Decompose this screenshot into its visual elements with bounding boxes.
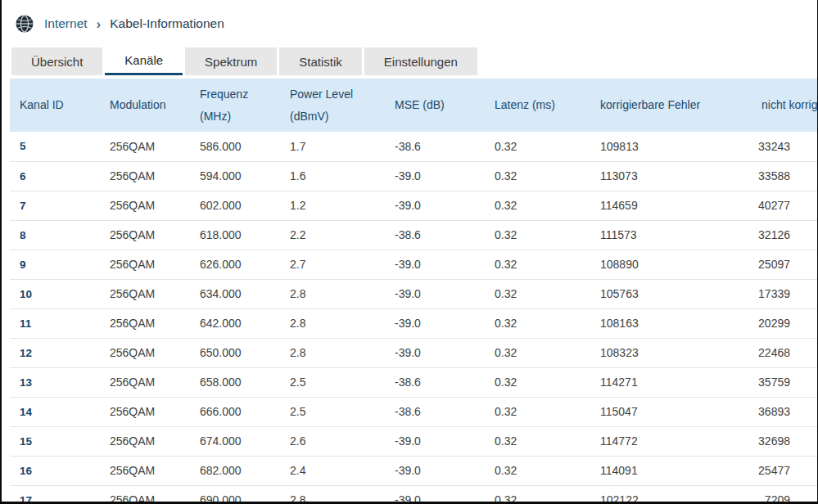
- column-header: MSE (dB): [385, 79, 485, 132]
- cell: 2.5: [280, 397, 385, 426]
- row-filler: [790, 250, 818, 279]
- cell: 256QAM: [100, 397, 190, 426]
- table-row: 17256QAM690.0002.8-39.00.321021227209: [10, 485, 818, 504]
- globe-icon: [15, 14, 34, 34]
- cell: 0.32: [485, 279, 590, 308]
- row-filler: [790, 308, 818, 338]
- cell: -39.0: [385, 338, 485, 367]
- tab-kanaele[interactable]: Kanäle: [105, 47, 183, 75]
- table-row: 11256QAM642.0002.8-39.00.3210816320299: [10, 308, 818, 338]
- tab-bar: ÜbersichtKanäleSpektrumStatistikEinstell…: [2, 47, 817, 75]
- cell: 2.8: [280, 485, 385, 504]
- cell: 35759: [752, 367, 790, 397]
- cell: 1.6: [280, 161, 385, 191]
- cell: 256QAM: [100, 308, 190, 338]
- cell: 256QAM: [100, 220, 190, 250]
- cell: 2.4: [280, 456, 385, 485]
- cell: 109813: [590, 132, 752, 161]
- cell: 1.2: [280, 191, 385, 220]
- column-header: Frequenz (MHz): [190, 79, 280, 132]
- cell: 5: [10, 132, 100, 161]
- cell: 602.000: [190, 191, 280, 220]
- cell: 113073: [590, 161, 752, 191]
- table-row: 6256QAM594.0001.6-39.00.3211307333588: [10, 161, 818, 191]
- cell: 618.000: [190, 220, 280, 250]
- cell: 0.32: [485, 338, 590, 367]
- cell: 20299: [752, 308, 790, 338]
- cell: 256QAM: [100, 367, 190, 397]
- table-row: 16256QAM682.0002.4-39.00.3211409125477: [10, 456, 818, 485]
- column-header: Power Level (dBmV): [280, 79, 385, 132]
- cell: 2.7: [280, 250, 385, 279]
- cell: -39.0: [385, 191, 485, 220]
- cell: 2.8: [280, 279, 385, 308]
- cell: 256QAM: [100, 279, 190, 308]
- cell: 10: [10, 279, 100, 308]
- tab-statistik[interactable]: Statistik: [279, 47, 362, 75]
- cell: 626.000: [190, 250, 280, 279]
- row-filler: [790, 397, 818, 426]
- cell: 12: [10, 338, 100, 367]
- tab-spektrum[interactable]: Spektrum: [185, 47, 277, 75]
- table-row: 13256QAM658.0002.5-38.60.3211427135759: [10, 367, 818, 397]
- table-row: 7256QAM602.0001.2-39.00.3211465940277: [10, 191, 818, 220]
- cell: 690.000: [190, 485, 280, 504]
- cell: 2.5: [280, 367, 385, 397]
- row-filler: [790, 161, 818, 191]
- cell: 256QAM: [100, 338, 190, 367]
- table-row: 15256QAM674.0002.6-39.00.3211477232698: [10, 426, 818, 456]
- breadcrumb-separator-icon: ›: [97, 17, 102, 31]
- column-header: Latenz (ms): [485, 79, 590, 132]
- table-row: 12256QAM650.0002.8-39.00.3210832322468: [10, 338, 818, 367]
- cell: -39.0: [385, 250, 485, 279]
- cell: 6: [10, 161, 100, 191]
- cell: 256QAM: [100, 250, 190, 279]
- cell: -39.0: [385, 161, 485, 191]
- breadcrumb: Internet › Kabel-Informationen: [2, 0, 817, 47]
- cell: 22468: [752, 338, 790, 367]
- cell: 0.32: [485, 220, 590, 250]
- cell: 108890: [590, 250, 752, 279]
- breadcrumb-current-page: Kabel-Informationen: [110, 16, 224, 31]
- cell: 256QAM: [100, 456, 190, 485]
- tab-einstellungen[interactable]: Einstellungen: [364, 47, 477, 75]
- cell: 256QAM: [100, 485, 190, 504]
- column-header: nicht korrigierbare Fehler: [752, 79, 790, 132]
- cell: 114659: [590, 191, 752, 220]
- cell: 586.000: [190, 132, 280, 161]
- cell: 0.32: [485, 456, 590, 485]
- row-filler: [790, 426, 818, 456]
- cell: 16: [10, 456, 100, 485]
- cell: 40277: [752, 191, 790, 220]
- breadcrumb-link-internet[interactable]: Internet: [44, 16, 88, 31]
- cell: -39.0: [385, 308, 485, 338]
- cell: 666.000: [190, 397, 280, 426]
- cell: -38.6: [385, 132, 485, 161]
- cell: 634.000: [190, 279, 280, 308]
- table-body: 5256QAM586.0001.7-38.60.3210981333243625…: [10, 132, 818, 504]
- cell: 11: [10, 308, 100, 338]
- cell: 256QAM: [100, 426, 190, 456]
- channel-table-container: Kanal IDModulationFrequenz (MHz)Power Le…: [10, 79, 818, 504]
- cell: -38.6: [385, 220, 485, 250]
- cell: 2.8: [280, 338, 385, 367]
- row-filler: [790, 220, 818, 250]
- cell: 36893: [752, 397, 790, 426]
- cell: 33243: [752, 132, 790, 161]
- cell: 0.32: [485, 308, 590, 338]
- tab-uebersicht[interactable]: Übersicht: [11, 47, 102, 75]
- cell: 658.000: [190, 367, 280, 397]
- cell: 108323: [590, 338, 752, 367]
- cell: 642.000: [190, 308, 280, 338]
- cell: 0.32: [485, 250, 590, 279]
- cell: 0.32: [485, 485, 590, 504]
- cell: 114772: [590, 426, 752, 456]
- cell: 1.7: [280, 132, 385, 161]
- row-filler: [790, 456, 818, 485]
- cell: 8: [10, 220, 100, 250]
- cell: 114271: [590, 367, 752, 397]
- cell: 256QAM: [100, 191, 190, 220]
- cell: 0.32: [485, 426, 590, 456]
- table-header-row: Kanal IDModulationFrequenz (MHz)Power Le…: [10, 79, 818, 132]
- cell: 13: [10, 367, 100, 397]
